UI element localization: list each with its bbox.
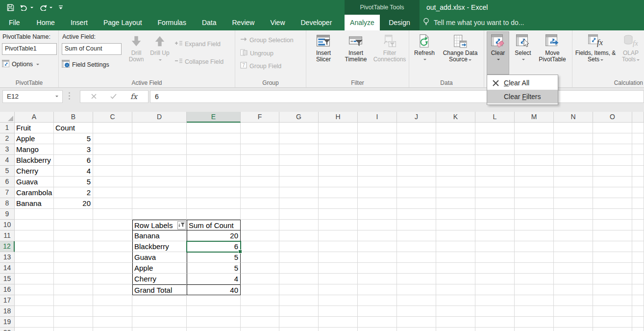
cell-B15[interactable] — [54, 274, 93, 284]
cell-A14[interactable] — [15, 263, 54, 274]
cell-C5[interactable] — [93, 166, 132, 177]
cell-L14[interactable] — [475, 263, 515, 274]
cell-I9[interactable] — [358, 209, 397, 220]
cell-I13[interactable] — [358, 252, 397, 263]
cell-partial[interactable] — [632, 295, 644, 306]
cell-D15[interactable]: Cherry — [132, 274, 187, 284]
cell-L9[interactable] — [475, 209, 515, 220]
cell-F5[interactable] — [241, 166, 279, 177]
menu-item-clear-filters[interactable]: Clear Filters — [487, 90, 558, 103]
cell-L2[interactable] — [475, 133, 515, 144]
cell-J16[interactable] — [397, 284, 436, 295]
cell-J14[interactable] — [397, 263, 436, 274]
cell-G14[interactable] — [279, 263, 319, 274]
cell-E10[interactable]: Sum of Count — [187, 220, 241, 230]
cell-A17[interactable] — [15, 295, 54, 306]
cell-A10[interactable] — [15, 220, 54, 230]
redo-dropdown-icon[interactable] — [50, 7, 52, 10]
cell-F10[interactable] — [241, 220, 279, 230]
cell-L4[interactable] — [475, 155, 515, 166]
cell-M15[interactable] — [515, 274, 554, 284]
cell-G10[interactable] — [279, 220, 319, 230]
cell-partial[interactable] — [632, 133, 644, 144]
cell-F8[interactable] — [241, 198, 279, 209]
cell-L8[interactable] — [475, 198, 515, 209]
cell-J8[interactable] — [397, 198, 436, 209]
cell-H14[interactable] — [319, 263, 358, 274]
cell-G4[interactable] — [279, 155, 319, 166]
cell-O14[interactable] — [593, 263, 632, 274]
cell-N9[interactable] — [554, 209, 593, 220]
cell-G13[interactable] — [279, 252, 319, 263]
cell-O15[interactable] — [593, 274, 632, 284]
cell-K5[interactable] — [436, 166, 475, 177]
cell-F16[interactable] — [241, 284, 279, 295]
group-field-button[interactable]: 7 Group Field — [240, 62, 281, 70]
tab-data[interactable]: Data — [194, 15, 224, 30]
cell-M19[interactable] — [515, 317, 554, 328]
enter-icon[interactable] — [110, 92, 117, 101]
cell-A12[interactable] — [15, 241, 54, 252]
cell-N1[interactable] — [554, 123, 593, 133]
cell-B19[interactable] — [54, 317, 93, 328]
column-header-H[interactable]: H — [319, 112, 358, 123]
cell-B17[interactable] — [54, 295, 93, 306]
cell-I12[interactable] — [358, 241, 397, 252]
column-header-F[interactable]: F — [241, 112, 279, 123]
cell-N11[interactable] — [554, 230, 593, 241]
cell-I20[interactable] — [358, 328, 397, 331]
column-header-E[interactable]: E — [187, 112, 241, 123]
cell-L3[interactable] — [475, 144, 515, 155]
cell-O9[interactable] — [593, 209, 632, 220]
cell-F20[interactable] — [241, 328, 279, 331]
cell-O6[interactable] — [593, 177, 632, 187]
cell-K9[interactable] — [436, 209, 475, 220]
cell-partial[interactable] — [632, 144, 644, 155]
cell-O16[interactable] — [593, 284, 632, 295]
cell-D18[interactable] — [132, 306, 187, 317]
cell-D5[interactable] — [132, 166, 187, 177]
cell-J12[interactable] — [397, 241, 436, 252]
cell-K13[interactable] — [436, 252, 475, 263]
cell-M3[interactable] — [515, 144, 554, 155]
cell-E5[interactable] — [187, 166, 241, 177]
cell-partial[interactable] — [632, 230, 644, 241]
column-header-M[interactable]: M — [515, 112, 554, 123]
cell-H18[interactable] — [319, 306, 358, 317]
cell-B16[interactable] — [54, 284, 93, 295]
cancel-icon[interactable] — [91, 92, 97, 101]
cell-E1[interactable] — [187, 123, 241, 133]
row-header-15[interactable]: 15 — [0, 274, 15, 284]
cell-K11[interactable] — [436, 230, 475, 241]
cell-H20[interactable] — [319, 328, 358, 331]
cell-C7[interactable] — [93, 187, 132, 198]
name-box-dropdown-icon[interactable] — [55, 96, 58, 99]
drill-up-button[interactable]: Drill Up — [149, 31, 171, 75]
olap-tools-button[interactable]: fx OLAP Tools — [619, 31, 643, 75]
cell-A16[interactable] — [15, 284, 54, 295]
cell-O11[interactable] — [593, 230, 632, 241]
cell-F19[interactable] — [241, 317, 279, 328]
tab-formulas[interactable]: Formulas — [150, 15, 194, 30]
cell-partial[interactable] — [632, 220, 644, 230]
menu-item-clear-all[interactable]: Clear All — [487, 76, 558, 90]
pivottable-name-input[interactable]: PivotTable1 — [2, 43, 57, 55]
cell-B13[interactable] — [54, 252, 93, 263]
cell-K12[interactable] — [436, 241, 475, 252]
cell-F7[interactable] — [241, 187, 279, 198]
cell-partial[interactable] — [632, 263, 644, 274]
cell-I1[interactable] — [358, 123, 397, 133]
cell-O7[interactable] — [593, 187, 632, 198]
cell-partial[interactable] — [632, 198, 644, 209]
cell-D4[interactable] — [132, 155, 187, 166]
cell-K1[interactable] — [436, 123, 475, 133]
cell-B20[interactable] — [54, 328, 93, 331]
row-header-3[interactable]: 3 — [0, 144, 15, 155]
row-header-5[interactable]: 5 — [0, 166, 15, 177]
cell-C17[interactable] — [93, 295, 132, 306]
cell-I6[interactable] — [358, 177, 397, 187]
cell-partial[interactable] — [632, 274, 644, 284]
cell-E14[interactable]: 5 — [187, 263, 241, 274]
cell-A18[interactable] — [15, 306, 54, 317]
cell-E20[interactable] — [187, 328, 241, 331]
